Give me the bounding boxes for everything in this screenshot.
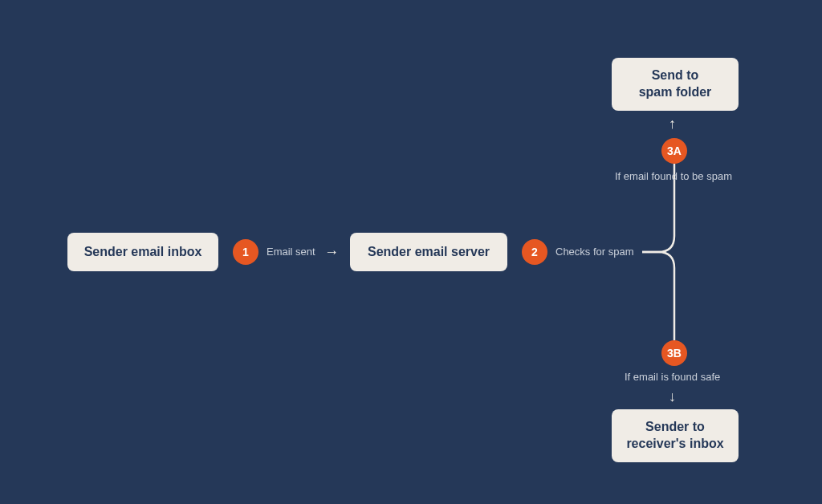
caption-text: Email sent [267, 246, 315, 258]
node-label: Send to spam folder [639, 67, 712, 101]
node-label: Sender to receiver's inbox [626, 419, 723, 453]
step-caption-3a: If email found to be spam [615, 170, 732, 182]
arrow-icon: → [324, 244, 339, 261]
badge-text: 3A [667, 144, 682, 157]
badge-text: 2 [531, 246, 538, 258]
badge-text: 1 [242, 246, 249, 258]
split-path-icon [642, 164, 706, 340]
node-label: Sender email server [368, 244, 490, 261]
arrow-up-icon: ↑ [669, 116, 676, 132]
step-caption-2: Checks for spam [555, 246, 634, 258]
node-spam-folder: Send to spam folder [612, 58, 739, 111]
node-label: Sender email inbox [84, 244, 202, 261]
step-badge-3b: 3B [661, 340, 687, 366]
caption-text: If email found to be spam [615, 170, 732, 182]
step-caption-1: Email sent [267, 246, 315, 258]
arrow-down-icon: ↓ [669, 388, 676, 405]
node-sender-inbox: Sender email inbox [67, 233, 218, 271]
step-badge-1: 1 [233, 239, 258, 265]
node-receiver-inbox: Sender to receiver's inbox [612, 409, 739, 462]
node-sender-server: Sender email server [350, 233, 507, 271]
badge-text: 3B [667, 347, 682, 360]
step-caption-3b: If email is found safe [625, 371, 720, 383]
step-badge-2: 2 [522, 239, 547, 265]
caption-text: Checks for spam [555, 246, 634, 258]
caption-text: If email is found safe [625, 371, 720, 383]
step-badge-3a: 3A [661, 138, 687, 164]
